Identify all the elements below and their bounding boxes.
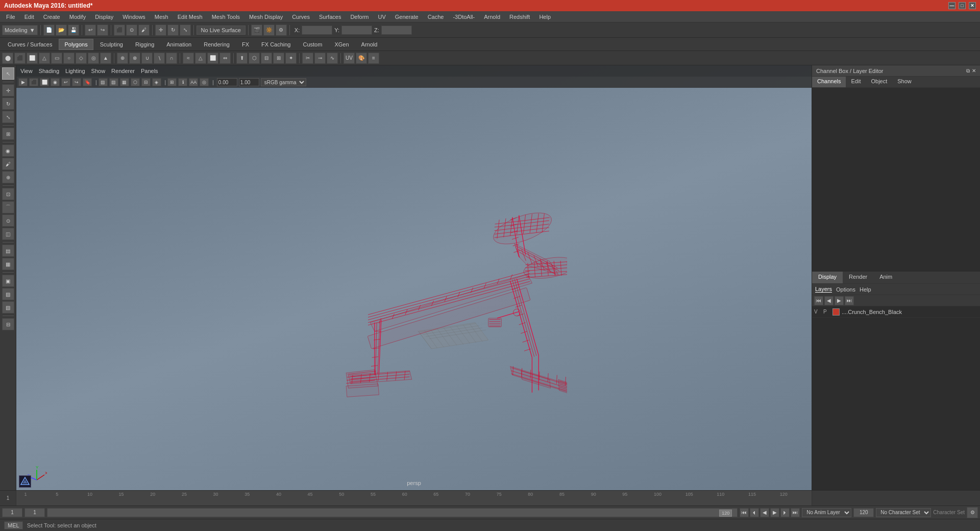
- menu-item-file[interactable]: File: [2, 13, 19, 21]
- exposure-input[interactable]: [217, 78, 237, 86]
- extrude-icon[interactable]: ⬆: [236, 53, 248, 64]
- x-input[interactable]: [302, 26, 332, 35]
- panels-menu[interactable]: Panels: [141, 68, 158, 74]
- no-live-surface[interactable]: No Live Surface: [197, 26, 246, 35]
- current-frame-input[interactable]: [24, 508, 45, 517]
- new-button[interactable]: 📄: [43, 25, 55, 36]
- show-menu[interactable]: Show: [91, 68, 106, 74]
- tab-fx-caching[interactable]: FX Caching: [256, 39, 296, 50]
- fit-sel[interactable]: ◉: [51, 78, 60, 86]
- gamma-dropdown[interactable]: sRGB gamma: [261, 78, 306, 86]
- menu-item-edit[interactable]: Edit: [20, 13, 38, 21]
- rotate-button[interactable]: ↻: [167, 25, 179, 36]
- textured[interactable]: ⊟: [141, 78, 151, 86]
- shading-menu[interactable]: Shading: [39, 68, 59, 74]
- separate-icon[interactable]: ⊗: [129, 53, 140, 64]
- tab-rigging[interactable]: Rigging: [130, 39, 160, 50]
- display-quality[interactable]: ◈: [152, 78, 161, 86]
- menu-item-deform[interactable]: Deform: [346, 13, 373, 21]
- show-manip[interactable]: ⊕: [2, 171, 14, 183]
- layers-tab-layers[interactable]: Layers: [815, 286, 832, 293]
- aa-toggle[interactable]: AA: [189, 78, 198, 86]
- flat-btn[interactable]: ▦: [120, 78, 129, 86]
- layers-fwd-btn[interactable]: ▶: [835, 296, 844, 305]
- grid-toggle[interactable]: ⊞: [167, 78, 177, 86]
- select-tool[interactable]: ↖: [2, 67, 14, 80]
- minimize-button[interactable]: —: [948, 2, 955, 9]
- cube-icon[interactable]: ⬛: [14, 53, 26, 64]
- menu-item-create[interactable]: Create: [39, 13, 64, 21]
- tab-arnold[interactable]: Arnold: [356, 39, 383, 50]
- wireframe-toggle[interactable]: ▨: [2, 288, 14, 300]
- renderer-menu[interactable]: Renderer: [111, 68, 135, 74]
- move-tool[interactable]: ✛: [2, 84, 14, 96]
- tab-polygons[interactable]: Polygons: [59, 39, 93, 50]
- cb-tab-show[interactable]: Show: [892, 77, 917, 87]
- select-button[interactable]: ⬛: [114, 25, 125, 36]
- cb-tab-object[interactable]: Object: [866, 77, 892, 87]
- view-menu[interactable]: View: [20, 68, 33, 74]
- lasso-button[interactable]: ⊙: [126, 25, 137, 36]
- tab-animation[interactable]: Animation: [161, 39, 197, 50]
- smooth-btn[interactable]: ▧: [109, 78, 118, 86]
- lighting-menu[interactable]: Lighting: [65, 68, 85, 74]
- bool-union[interactable]: ∪: [141, 53, 153, 64]
- cb-close-btn[interactable]: ✕: [972, 68, 976, 74]
- bool-diff[interactable]: ∖: [154, 53, 165, 64]
- display-tab-render[interactable]: Render: [843, 272, 873, 283]
- y-input[interactable]: [341, 26, 372, 35]
- heads-up[interactable]: ℹ: [178, 78, 187, 86]
- timeline-ruler[interactable]: 1510152025303540455055606570758085909510…: [16, 491, 812, 505]
- menu-item-surfaces[interactable]: Surfaces: [315, 13, 345, 21]
- torus-icon[interactable]: ○: [63, 53, 75, 64]
- paint-select[interactable]: 🖌: [138, 25, 150, 36]
- menu-item-arnold[interactable]: Arnold: [480, 13, 504, 21]
- bridge-icon[interactable]: ⊟: [261, 53, 272, 64]
- scale-button[interactable]: ⤡: [180, 25, 191, 36]
- tab-sculpting[interactable]: Sculpting: [94, 39, 129, 50]
- rotate-tool[interactable]: ↻: [2, 98, 14, 110]
- viewport[interactable]: View Shading Lighting Show Renderer Pane…: [16, 65, 812, 490]
- cb-tab-edit[interactable]: Edit: [846, 77, 866, 87]
- prev-view[interactable]: ↩: [61, 78, 70, 86]
- go-to-start-btn[interactable]: ⏮: [740, 508, 749, 517]
- soft-select[interactable]: ◉: [2, 144, 14, 157]
- fit-all[interactable]: ⬜: [40, 78, 49, 86]
- move-button[interactable]: ✛: [155, 25, 166, 36]
- cb-tab-channels[interactable]: Channels: [812, 77, 846, 87]
- tab-custom[interactable]: Custom: [298, 39, 328, 50]
- pyramid-icon[interactable]: ▲: [100, 53, 111, 64]
- combine-icon[interactable]: ⊕: [117, 53, 128, 64]
- layers-tab-help[interactable]: Help: [860, 286, 871, 293]
- next-view[interactable]: ↪: [72, 78, 81, 86]
- layer-color-swatch[interactable]: [832, 308, 840, 316]
- snap-grid[interactable]: ⊡: [2, 188, 14, 200]
- smooth-shade[interactable]: ▧: [2, 301, 14, 313]
- universal-tool[interactable]: ⊞: [2, 128, 14, 140]
- cam-attrs[interactable]: ⬛: [29, 78, 38, 86]
- mel-label[interactable]: MEL: [4, 521, 23, 529]
- save-button[interactable]: 💾: [68, 25, 79, 36]
- snap-surface[interactable]: ◫: [2, 228, 14, 240]
- connect-icon[interactable]: ⊸: [314, 53, 326, 64]
- range-start-input[interactable]: [2, 508, 22, 517]
- layers-prev-btn[interactable]: ⏮: [814, 296, 823, 305]
- step-fwd-btn[interactable]: ⏵: [780, 508, 790, 517]
- gamma-input[interactable]: [239, 78, 259, 86]
- cb-float-btn[interactable]: ⧉: [966, 68, 970, 74]
- render-region[interactable]: ▤: [2, 245, 14, 257]
- triangulate-icon[interactable]: △: [195, 53, 206, 64]
- bookmark[interactable]: 🔖: [83, 78, 92, 86]
- cylinder-icon[interactable]: ⬜: [27, 53, 38, 64]
- menu-item-redshift[interactable]: Redshift: [505, 13, 534, 21]
- menu-item-uv[interactable]: UV: [374, 13, 389, 21]
- display-tab-anim[interactable]: Anim: [873, 272, 898, 283]
- smooth-icon[interactable]: ≈: [183, 53, 194, 64]
- menu-item-generate[interactable]: Generate: [391, 13, 423, 21]
- uv-icon[interactable]: UV: [344, 53, 355, 64]
- workspace-dropdown[interactable]: Modeling ▼: [2, 25, 38, 35]
- layers-back-btn[interactable]: ◀: [824, 296, 834, 305]
- menu-item-help[interactable]: Help: [535, 13, 555, 21]
- pipe-icon[interactable]: ◎: [88, 53, 99, 64]
- menu-item-curves[interactable]: Curves: [288, 13, 314, 21]
